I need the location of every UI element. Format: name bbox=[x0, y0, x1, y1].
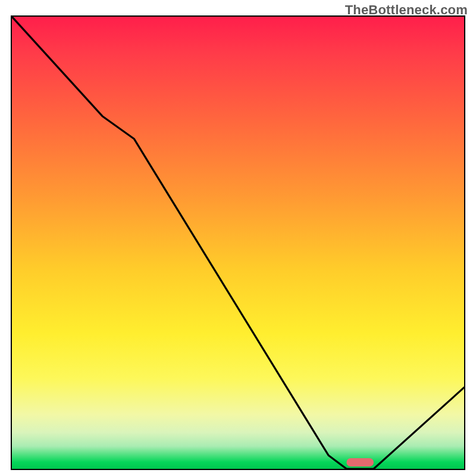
bottleneck-curve bbox=[12, 17, 464, 469]
minimum-marker bbox=[346, 458, 374, 466]
chart-frame bbox=[11, 15, 465, 470]
chart-svg bbox=[12, 17, 464, 469]
